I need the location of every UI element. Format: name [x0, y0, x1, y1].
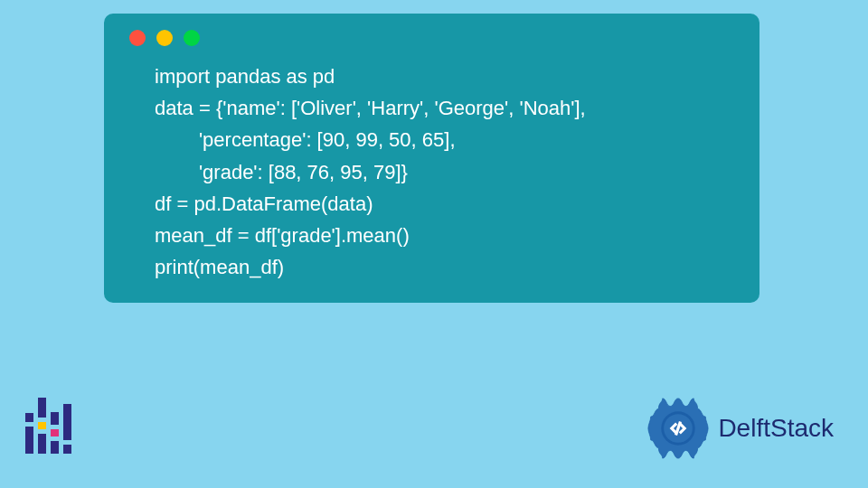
dot-green-icon: [184, 30, 200, 46]
brand-name: DelftStack: [718, 414, 834, 443]
equalizer-icon: [25, 403, 71, 454]
dot-red-icon: [129, 30, 146, 46]
code-window: import pandas as pd data = {'name': ['Ol…: [104, 14, 760, 303]
brand: DelftStack: [646, 396, 834, 461]
dot-yellow-icon: [156, 30, 173, 46]
delftstack-logo-icon: [646, 396, 711, 461]
traffic-light-dots: [129, 30, 734, 46]
code-content: import pandas as pd data = {'name': ['Ol…: [129, 61, 734, 283]
